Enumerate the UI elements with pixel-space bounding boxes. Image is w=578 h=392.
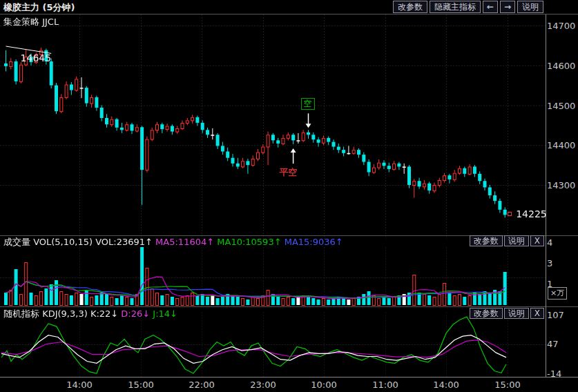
volume-help-button[interactable]: 说明 [504, 235, 529, 246]
time-axis-label: 23:00 [250, 380, 276, 390]
price-axis-label: 14600 [547, 61, 575, 71]
kdj-title: 随机指标 [3, 308, 39, 319]
volume-ma15-value: MA15:9036↑ [285, 237, 343, 247]
time-axis-label: 15:00 [128, 380, 153, 390]
trading-app-window: 橡胶主力 (5分钟) 改参数 隐藏主指标 ← → 说明 集金策略 JJCL 14… [0, 0, 578, 392]
volume-axis-label: 3 [547, 258, 552, 268]
volume-current-value: VOL:23691↑ [95, 237, 153, 247]
next-arrow-button[interactable]: → [500, 1, 515, 13]
time-axis-label: 14:00 [66, 380, 92, 390]
price-axis-label: 14300 [547, 180, 575, 190]
time-axis-label: 10:00 [311, 380, 336, 390]
kdj-panel-header: 随机指标 KDJ(9,3,3) K:22↓ D:26↓ J:14↓ [3, 308, 177, 319]
price-axis-label: 14500 [547, 101, 575, 111]
short-open-signal-label: 空 [301, 98, 315, 110]
volume-chart-canvas[interactable] [0, 247, 546, 306]
peak-price-label: 14645 [21, 52, 52, 63]
time-axis-label: 11:00 [372, 380, 398, 390]
volume-axis-label: 4 [547, 237, 552, 248]
price-axis-label: 14700 [547, 21, 575, 31]
kdj-axis-label: 47 [547, 339, 559, 349]
hide-main-indicator-button[interactable]: 隐藏主指标 [430, 1, 481, 13]
kdj-formula: KDJ(9,3,3) [42, 308, 88, 319]
kdj-j-value: J:14↓ [153, 308, 177, 319]
kdj-close-button[interactable]: X [530, 308, 544, 319]
help-button[interactable]: 说明 [517, 1, 543, 13]
last-price-marker-square [508, 212, 512, 216]
main-price-chart-canvas[interactable] [0, 14, 546, 239]
volume-panel-buttons: 改参数 说明 X [470, 235, 544, 246]
prev-arrow-button[interactable]: ← [483, 1, 498, 13]
kdj-chart-canvas[interactable] [0, 312, 546, 377]
volume-close-button[interactable]: X [530, 235, 544, 246]
kdj-help-button[interactable]: 说明 [504, 308, 529, 319]
kdj-timeaxis-divider [0, 377, 578, 378]
kdj-d-value: D:26↓ [121, 308, 150, 319]
kdj-change-params-button[interactable]: 改参数 [470, 308, 503, 319]
chart-title: 橡胶主力 (5分钟) [3, 1, 75, 14]
volume-change-params-button[interactable]: 改参数 [470, 235, 503, 246]
volume-title: 成交量 [3, 237, 30, 247]
change-params-button[interactable]: 改参数 [393, 1, 427, 13]
kdj-axis-label: 107 [547, 310, 564, 320]
volume-panel-header: 成交量 VOL(5,10,15) VOL:23691↑ MA5:11604↑ M… [3, 236, 343, 247]
title-bar: 橡胶主力 (5分钟) 改参数 隐藏主指标 ← → 说明 [0, 0, 578, 14]
title-bar-buttons: 改参数 隐藏主指标 ← → 说明 [393, 1, 543, 13]
strategy-label: 集金策略 JJCL [3, 16, 59, 28]
volume-kdj-divider [0, 306, 578, 307]
short-cover-signal-label: 平空 [280, 166, 298, 179]
last-price-label: 14225 [516, 208, 547, 219]
price-axis-label: 14400 [547, 140, 575, 150]
volume-ma10-value: MA10:10593↑ [217, 237, 281, 247]
volume-formula: VOL(5,10,15) [33, 237, 93, 247]
volume-unit-box: ×万 [548, 287, 567, 300]
volume-ma5-value: MA5:11604↑ [155, 237, 214, 247]
time-axis: 14:0015:0022:0023:0010:0011:0014:0015:00 [0, 378, 546, 392]
kdj-k-value: K:22↓ [90, 308, 118, 319]
time-axis-label: 15:00 [494, 380, 520, 390]
kdj-panel-buttons: 改参数 说明 X [470, 308, 544, 319]
right-axis-border [546, 14, 546, 377]
time-axis-label: 14:00 [433, 380, 459, 390]
time-axis-label: 22:00 [189, 380, 214, 390]
